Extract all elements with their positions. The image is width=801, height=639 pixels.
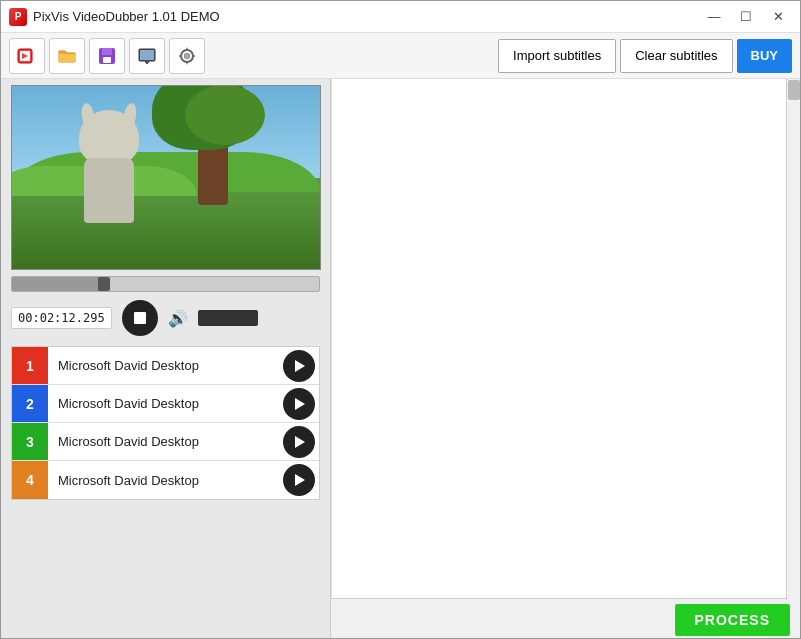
- toolbar: Import subtitles Clear subtitles BUY: [1, 33, 800, 79]
- svg-rect-5: [103, 57, 111, 63]
- scene-tree-leaves2: [185, 85, 265, 145]
- app-icon: P: [9, 8, 27, 26]
- voice-num-3: 3: [12, 423, 48, 460]
- voice-name-4: Microsoft David Desktop: [48, 473, 283, 488]
- volume-icon: 🔊: [168, 309, 188, 328]
- voice-play-button-3[interactable]: [283, 426, 315, 458]
- voice-num-2: 2: [12, 385, 48, 422]
- gear-icon: [177, 46, 197, 66]
- time-display: 00:02:12.295: [11, 307, 112, 329]
- player-controls: 00:02:12.295 🔊: [1, 294, 330, 342]
- seek-handle[interactable]: [98, 277, 110, 291]
- stop-icon: [134, 312, 146, 324]
- stop-button[interactable]: [122, 300, 158, 336]
- window-controls: — ☐ ✕: [700, 6, 792, 28]
- voice-name-2: Microsoft David Desktop: [48, 396, 283, 411]
- save-icon: [97, 46, 117, 66]
- seek-bar-fill: [12, 277, 104, 291]
- play-triangle-icon-3: [295, 436, 305, 448]
- scrollbar-thumb[interactable]: [788, 80, 800, 100]
- buy-button[interactable]: BUY: [737, 39, 792, 73]
- right-panel: PROCESS: [331, 79, 800, 639]
- seek-bar[interactable]: [11, 276, 320, 292]
- import-subtitles-button[interactable]: Import subtitles: [498, 39, 616, 73]
- video-scene: [12, 86, 320, 269]
- save-button[interactable]: [89, 38, 125, 74]
- voice-play-button-2[interactable]: [283, 388, 315, 420]
- open-folder-button[interactable]: [49, 38, 85, 74]
- voice-num-4: 4: [12, 461, 48, 499]
- voice-list: 1Microsoft David Desktop2Microsoft David…: [11, 346, 320, 500]
- voice-play-button-4[interactable]: [283, 464, 315, 496]
- voice-item-4: 4Microsoft David Desktop: [12, 461, 319, 499]
- maximize-button[interactable]: ☐: [732, 6, 760, 28]
- clear-subtitles-button[interactable]: Clear subtitles: [620, 39, 732, 73]
- voice-num-1: 1: [12, 347, 48, 384]
- title-text: PixVis VideoDubber 1.01 DEMO: [33, 9, 220, 24]
- close-button[interactable]: ✕: [764, 6, 792, 28]
- voice-item-2: 2Microsoft David Desktop: [12, 385, 319, 423]
- title-bar: P PixVis VideoDubber 1.01 DEMO — ☐ ✕: [1, 1, 800, 33]
- settings-button[interactable]: [169, 38, 205, 74]
- voice-item-1: 1Microsoft David Desktop: [12, 347, 319, 385]
- svg-rect-4: [102, 48, 112, 55]
- left-panel: 00:02:12.295 🔊 1Microsoft David Desktop2…: [1, 79, 331, 639]
- play-triangle-icon-4: [295, 474, 305, 486]
- preview-icon: [137, 46, 157, 66]
- video-icon: [17, 46, 37, 66]
- voice-play-button-1[interactable]: [283, 350, 315, 382]
- voice-name-1: Microsoft David Desktop: [48, 358, 283, 373]
- svg-point-12: [185, 53, 190, 58]
- title-bar-left: P PixVis VideoDubber 1.01 DEMO: [9, 8, 220, 26]
- play-triangle-icon-1: [295, 360, 305, 372]
- video-area: [11, 85, 321, 270]
- process-button[interactable]: PROCESS: [675, 604, 790, 636]
- play-triangle-icon-2: [295, 398, 305, 410]
- preview-button[interactable]: [129, 38, 165, 74]
- volume-slider[interactable]: [198, 310, 258, 326]
- minimize-button[interactable]: —: [700, 6, 728, 28]
- scene-character: [74, 123, 144, 223]
- folder-icon: [57, 46, 77, 66]
- open-video-button[interactable]: [9, 38, 45, 74]
- voice-item-3: 3Microsoft David Desktop: [12, 423, 319, 461]
- process-bar: PROCESS: [331, 598, 800, 639]
- svg-rect-7: [140, 50, 154, 60]
- subtitle-scrollbar[interactable]: [786, 79, 800, 600]
- voice-name-3: Microsoft David Desktop: [48, 434, 283, 449]
- char-body: [84, 158, 134, 223]
- subtitle-area[interactable]: [331, 79, 800, 598]
- char-head: [79, 110, 139, 165]
- main-content: 00:02:12.295 🔊 1Microsoft David Desktop2…: [1, 79, 800, 639]
